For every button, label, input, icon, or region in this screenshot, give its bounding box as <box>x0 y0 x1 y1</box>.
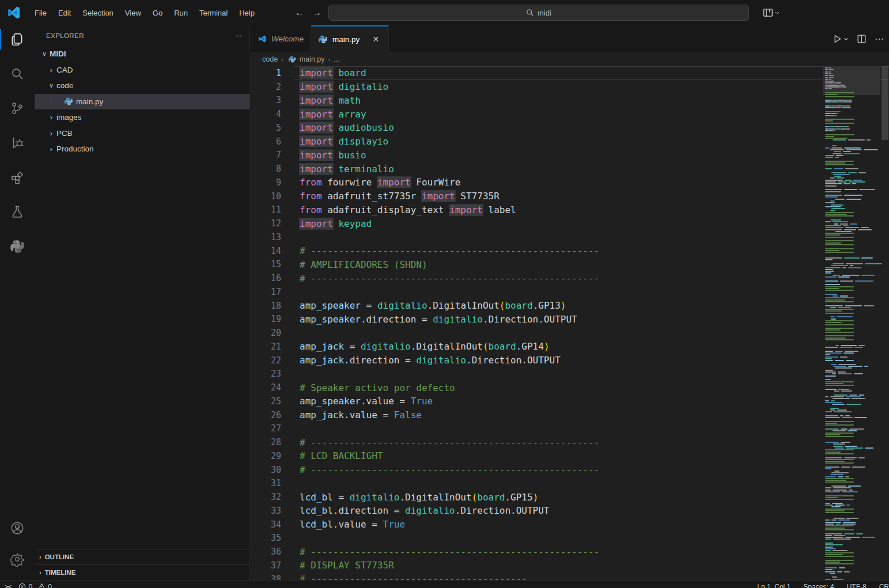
minimap[interactable] <box>823 66 880 580</box>
activity-account-icon[interactable] <box>0 514 35 542</box>
menu-go[interactable]: Go <box>147 6 168 20</box>
tree-item-cad[interactable]: ›CAD <box>35 62 249 78</box>
tree-item-pcb[interactable]: ›PCB <box>35 126 249 142</box>
panel-label: TIMELINE <box>45 569 76 576</box>
tree-item-main-py[interactable]: main.py <box>35 94 249 110</box>
activity-python-icon[interactable] <box>0 233 35 260</box>
tab-main-py[interactable]: main.py✕ <box>311 25 389 52</box>
problems-button[interactable]: 0 0 <box>18 583 51 588</box>
activity-explorer-icon[interactable] <box>0 25 35 53</box>
panel-timeline[interactable]: ›TIMELINE <box>35 564 249 580</box>
code-line-16: 16# ------------------------------------… <box>250 271 889 285</box>
tree-item-label: PCB <box>56 129 73 138</box>
menu-file[interactable]: File <box>29 6 52 20</box>
activity-settings-icon[interactable] <box>0 545 35 573</box>
code-line-26: 26amp_jack.value = False <box>250 408 889 422</box>
nav-back-button[interactable]: ← <box>295 7 304 18</box>
line-number: 37 <box>250 560 281 571</box>
line-text: import array <box>281 109 366 120</box>
activity-source-control-icon[interactable] <box>0 94 35 122</box>
tree-item-production[interactable]: ›Production <box>35 141 249 157</box>
breadcrumb-item[interactable]: main.py <box>300 55 325 63</box>
twisty-collapsed-icon[interactable]: › <box>46 129 56 138</box>
breadcrumb-item[interactable]: code <box>262 55 278 63</box>
tree-item-images[interactable]: ›images <box>35 109 249 126</box>
editor-more-actions-button[interactable]: ⋯ <box>875 33 884 44</box>
line-text: # DISPLAY ST7735R <box>281 560 394 571</box>
editor-scrollbar[interactable] <box>881 66 889 580</box>
menu-view[interactable]: View <box>119 6 147 20</box>
twisty-collapsed-icon[interactable]: › <box>46 66 56 74</box>
remote-indicator-button[interactable]: >< <box>5 583 10 588</box>
line-number: 11 <box>250 204 281 215</box>
menu-edit[interactable]: Edit <box>52 6 77 20</box>
status-utf-8[interactable]: UTF-8 <box>847 583 867 588</box>
activity-extensions-icon[interactable] <box>0 164 35 191</box>
line-number: 3 <box>250 95 281 105</box>
tab-welcome[interactable]: Welcome <box>250 25 311 52</box>
activity-search-icon[interactable] <box>0 60 35 88</box>
line-text: # --------------------------------------… <box>281 273 599 284</box>
line-text: # --------------------------------------… <box>281 437 599 448</box>
status-ln-1-col-1[interactable]: Ln 1, Col 1 <box>757 583 790 588</box>
line-text: amp_speaker = digitalio.DigitalInOut(boa… <box>281 300 566 311</box>
chevron-down-icon <box>774 10 780 16</box>
split-editor-button[interactable] <box>857 34 867 44</box>
tree-item-label: Production <box>56 145 94 153</box>
tree-item-code[interactable]: ∨code <box>35 78 249 94</box>
nav-forward-button[interactable]: → <box>312 7 321 18</box>
code-line-4: 4import array <box>250 107 889 121</box>
line-text: from fourwire import FourWire <box>281 177 460 188</box>
line-text: # AMPLIFICADORES (SHDN) <box>281 259 428 270</box>
line-number: 12 <box>250 218 281 229</box>
scrollbar-slider[interactable] <box>882 66 888 140</box>
line-text: from adafruit_display_text import label <box>281 204 516 215</box>
code-editor[interactable]: 1import board2import digitalio3import ma… <box>250 66 889 580</box>
customize-layout-button[interactable] <box>763 7 780 18</box>
line-number: 13 <box>250 232 281 242</box>
line-number: 23 <box>250 369 281 379</box>
menu-run[interactable]: Run <box>168 6 194 20</box>
line-number: 20 <box>250 328 281 338</box>
current-line-highlight <box>294 66 889 80</box>
code-line-19: 19amp_speaker.direction = digitalio.Dire… <box>250 313 889 327</box>
activity-testing-icon[interactable] <box>0 198 35 226</box>
menu-help[interactable]: Help <box>233 6 260 20</box>
close-tab-button[interactable]: ✕ <box>370 33 381 45</box>
line-text: import math <box>281 95 361 106</box>
line-text: # Speaker activo por defecto <box>281 382 455 393</box>
line-number: 14 <box>250 246 281 256</box>
code-line-1: 1import board <box>250 66 889 80</box>
line-number: 22 <box>250 355 281 366</box>
tree-item-midi[interactable]: ∨MIDI <box>35 46 249 62</box>
editor-group: Welcomemain.py✕ ⋯ code›main.py›... 1impo… <box>250 25 889 580</box>
panel-outline[interactable]: ›OUTLINE <box>35 549 249 564</box>
activity-run-debug-icon[interactable] <box>0 129 35 157</box>
twisty-expanded-icon[interactable]: ∨ <box>39 50 50 58</box>
line-number: 9 <box>250 177 281 188</box>
line-number: 17 <box>250 287 281 297</box>
tab-label: Welcome <box>271 35 304 43</box>
sidebar-more-actions-button[interactable]: ⋯ <box>236 32 243 40</box>
status-crlf[interactable]: CRLF <box>879 583 889 588</box>
chevron-down-icon <box>843 36 849 41</box>
error-icon <box>18 583 26 588</box>
tab-label: main.py <box>332 35 360 44</box>
code-line-27: 27 <box>250 422 889 436</box>
run-python-file-button[interactable] <box>833 34 849 44</box>
menu-selection[interactable]: Selection <box>77 6 119 20</box>
code-line-22: 22amp_jack.direction = digitalio.Directi… <box>250 354 889 367</box>
code-line-36: 36# ------------------------------------… <box>250 545 889 559</box>
twisty-collapsed-icon[interactable]: › <box>46 145 56 153</box>
code-line-33: 33lcd_bl.direction = digitalio.Direction… <box>250 504 889 518</box>
line-number: 21 <box>250 342 281 352</box>
code-line-18: 18amp_speaker = digitalio.DigitalInOut(b… <box>250 299 889 313</box>
twisty-expanded-icon[interactable]: ∨ <box>46 82 56 89</box>
menu-terminal[interactable]: Terminal <box>194 6 233 20</box>
command-center-search[interactable]: midi <box>328 5 749 21</box>
twisty-collapsed-icon: › <box>39 553 41 560</box>
line-number: 7 <box>250 150 281 160</box>
twisty-collapsed-icon[interactable]: › <box>46 113 56 122</box>
breadcrumb-item[interactable]: ... <box>334 55 339 63</box>
status-spaces-4[interactable]: Spaces: 4 <box>803 583 834 588</box>
